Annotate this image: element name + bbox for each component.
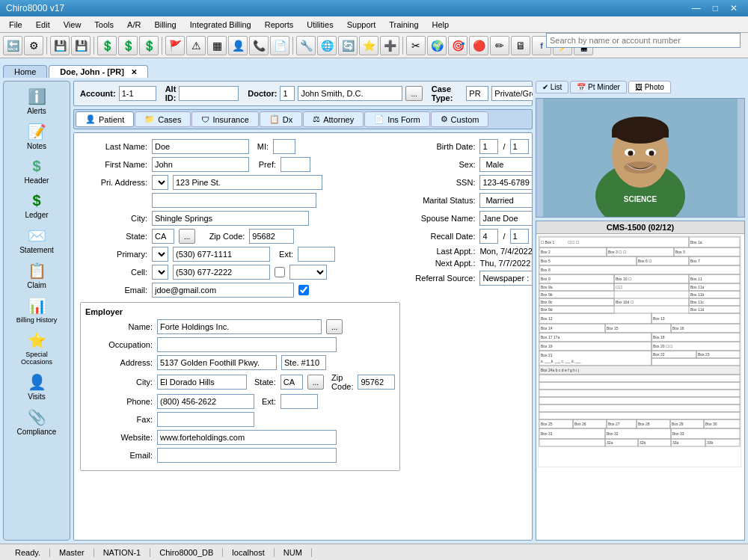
primary-type-select[interactable]: ▼ [152, 247, 168, 262]
employer-fax-input[interactable] [157, 412, 254, 427]
employer-browse-button[interactable]: ... [326, 319, 343, 334]
sub-tab-cases[interactable]: 📁 Cases [135, 111, 191, 127]
mi-input[interactable] [273, 139, 295, 154]
sidebar-item-special-occasions[interactable]: ⭐ Special Occasions [7, 328, 66, 369]
toolbar-tools2[interactable]: 🔧 [296, 36, 316, 55]
doctor-name-input[interactable] [298, 86, 402, 101]
sidebar-item-statement[interactable]: ✉️ Statement [7, 224, 66, 257]
sub-tab-attorney[interactable]: ⚖ Attorney [303, 111, 364, 127]
tab-close-patient[interactable]: ✕ [131, 68, 137, 76]
first-name-input[interactable] [152, 157, 249, 172]
maximize-button[interactable]: □ [708, 3, 723, 13]
menu-edit[interactable]: Edit [30, 19, 56, 31]
employer-phone-input[interactable] [157, 394, 254, 409]
cell-extra-select[interactable] [289, 265, 327, 280]
sex-select[interactable]: Male Female [479, 157, 533, 172]
altid-input[interactable] [179, 86, 239, 101]
referral-input[interactable] [479, 271, 533, 286]
toolbar-globe[interactable]: 🌐 [317, 36, 337, 55]
menu-reports[interactable]: Reports [259, 19, 300, 31]
tab-patient[interactable]: Doe, John - [PR] ✕ [49, 65, 148, 78]
menu-training[interactable]: Training [383, 19, 424, 31]
sidebar-item-billing-history[interactable]: 📊 Billing History [7, 294, 66, 327]
doctor-browse-button[interactable]: ... [405, 86, 422, 101]
cell-type-select[interactable]: ▼ [152, 265, 168, 280]
last-name-input[interactable] [152, 139, 249, 154]
menu-ar[interactable]: A/R [121, 19, 147, 31]
sidebar-item-header[interactable]: $ Header [7, 155, 66, 188]
close-button[interactable]: ✕ [726, 3, 742, 13]
search-input[interactable] [546, 33, 741, 48]
menu-support[interactable]: Support [341, 19, 382, 31]
sidebar-item-claim[interactable]: 📋 Claim [7, 259, 66, 292]
ext-input[interactable] [298, 247, 335, 262]
menu-tools[interactable]: Tools [88, 19, 120, 31]
toolbar-star[interactable]: ⭐ [359, 36, 378, 55]
toolbar-grid[interactable]: ▦ [207, 36, 227, 55]
employer-ste-input[interactable] [281, 355, 326, 370]
ssn-input[interactable] [479, 175, 533, 190]
sidebar-item-visits[interactable]: 👤 Visits [7, 370, 66, 404]
toolbar-flag[interactable]: 🚩 [165, 36, 185, 55]
state-input[interactable] [152, 229, 174, 244]
email-input[interactable] [152, 283, 294, 298]
sub-tab-custom[interactable]: ⚙ Custom [431, 111, 489, 127]
minimize-button[interactable]: — [687, 3, 705, 13]
tab-home[interactable]: Home [3, 65, 47, 78]
recall-day-input[interactable] [510, 229, 529, 244]
toolbar-dollar3[interactable]: 💲 [139, 36, 159, 55]
case-code-input[interactable] [466, 86, 488, 101]
toolbar-add[interactable]: ➕ [380, 36, 399, 55]
recall-month-input[interactable] [479, 229, 498, 244]
toolbar-save2[interactable]: 💾 [71, 36, 91, 55]
birth-month-input[interactable] [479, 139, 498, 154]
cell-input[interactable] [173, 265, 270, 280]
info-tab-list[interactable]: ✔ List [536, 81, 568, 93]
address2-input[interactable] [152, 193, 316, 208]
toolbar-person[interactable]: 👤 [228, 36, 248, 55]
employer-state-browse[interactable]: ... [307, 375, 324, 390]
sidebar-item-notes[interactable]: 📝 Notes [7, 120, 66, 153]
doctor-num-input[interactable] [280, 86, 295, 101]
toolbar-btn-1[interactable]: 🔙 [3, 36, 22, 55]
state-browse-button[interactable]: ... [179, 229, 195, 244]
employer-address-input[interactable] [157, 355, 277, 370]
case-desc-input[interactable] [491, 86, 533, 101]
address-type-select[interactable]: ▼ [152, 175, 168, 190]
toolbar-doc[interactable]: 📄 [270, 36, 289, 55]
sidebar-item-compliance[interactable]: 📎 Compliance [7, 405, 66, 439]
sub-tab-ins-form[interactable]: 📄 Ins Form [364, 111, 429, 127]
sub-tab-insurance[interactable]: 🛡 Insurance [191, 111, 258, 127]
toolbar-save[interactable]: 💾 [50, 36, 70, 55]
toolbar-edit2[interactable]: ✏ [490, 36, 509, 55]
address1-input[interactable] [173, 175, 322, 190]
sub-tab-dx[interactable]: 📋 Dx [260, 111, 302, 127]
toolbar-refresh[interactable]: 🔄 [338, 36, 358, 55]
menu-file[interactable]: File [3, 19, 28, 31]
toolbar-circle[interactable]: 🔴 [469, 36, 488, 55]
sub-tab-patient[interactable]: 👤 Patient [76, 111, 134, 127]
menu-integrated-billing[interactable]: Integrated Billing [184, 19, 257, 31]
occupation-input[interactable] [157, 337, 337, 352]
toolbar-dollar2[interactable]: 💲 [118, 36, 138, 55]
menu-utilities[interactable]: Utilities [301, 19, 339, 31]
toolbar-earth[interactable]: 🌍 [427, 36, 447, 55]
info-tab-pt-minder[interactable]: 📅 Pt Minder [570, 81, 627, 93]
pref-input[interactable] [280, 157, 310, 172]
employer-name-input[interactable] [157, 319, 322, 334]
account-input[interactable] [119, 86, 156, 101]
employer-email-input[interactable] [157, 448, 337, 463]
primary-phone-input[interactable] [173, 247, 270, 262]
toolbar-window[interactable]: 🖥 [511, 36, 530, 55]
toolbar-scissors[interactable]: ✂ [406, 36, 426, 55]
employer-ext-input[interactable] [280, 394, 318, 409]
menu-help[interactable]: Help [426, 19, 456, 31]
toolbar-dollar[interactable]: 💲 [97, 36, 117, 55]
info-tab-photo[interactable]: 🖼 Photo [628, 81, 671, 93]
employer-city-input[interactable] [157, 375, 247, 390]
toolbar-target[interactable]: 🎯 [448, 36, 468, 55]
marital-select[interactable]: Married Single Other [479, 193, 533, 208]
menu-billing[interactable]: Billing [148, 19, 182, 31]
menu-view[interactable]: View [58, 19, 88, 31]
spouse-input[interactable] [479, 211, 533, 226]
